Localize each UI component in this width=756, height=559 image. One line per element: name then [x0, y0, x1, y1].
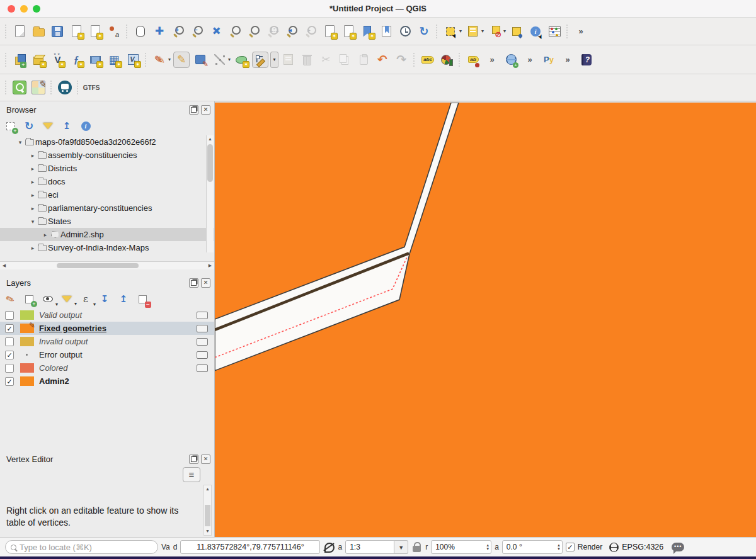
- zoom-to-selection[interactable]: [226, 23, 244, 40]
- redo[interactable]: ↷: [392, 51, 410, 69]
- browser-tree-item-districts[interactable]: ▸Districts: [0, 162, 214, 175]
- layer-row-invalid-output[interactable]: Invalid output: [0, 335, 214, 348]
- tree-expand-arrow[interactable]: ▸: [29, 166, 37, 172]
- layer-visibility-checkbox[interactable]: ✓: [5, 324, 14, 333]
- layer-visibility-checkbox[interactable]: [5, 311, 14, 320]
- browser-tree-item-parliamentary-constituencies[interactable]: ▸parliamentary-constituencies: [0, 201, 214, 215]
- scroll-thumb[interactable]: [207, 144, 213, 182]
- save-layer-edits[interactable]: [192, 51, 209, 69]
- browser-tree-item-maps-0fa9fd850eda3d2062e66f2[interactable]: ▾maps-0fa9fd850eda3d2062e66f2: [0, 135, 214, 149]
- layer-visibility-checkbox[interactable]: [5, 364, 14, 373]
- select-features-dropdown-arrow[interactable]: ▾: [459, 28, 462, 34]
- zoom-next[interactable]: ▸: [302, 23, 319, 40]
- quickmapservices-edit[interactable]: [30, 79, 47, 96]
- gtfs-plugin[interactable]: GTFS: [83, 79, 100, 96]
- annotation-toolbar[interactable]: [464, 51, 482, 69]
- tree-expand-arrow[interactable]: ▸: [29, 179, 37, 185]
- toolbar-overflow[interactable]: »: [572, 23, 590, 40]
- tree-expand-arrow[interactable]: ▸: [29, 205, 37, 212]
- transit-plugin[interactable]: [56, 79, 74, 96]
- browser-tree-item-survey-of-india-index-maps[interactable]: ▸Survey-of-India-Index-Maps: [0, 241, 214, 254]
- zoom-out[interactable]: −: [188, 23, 206, 40]
- zoom-to-layer[interactable]: [245, 23, 263, 40]
- zoom-native[interactable]: 1:1: [264, 23, 282, 40]
- deselect-features-dropdown-arrow[interactable]: ▾: [503, 28, 506, 34]
- vertex-editor-scrollbar[interactable]: ▲ ▼: [203, 485, 212, 536]
- add-group[interactable]: [23, 293, 35, 305]
- layer-row-valid-output[interactable]: Valid output: [0, 308, 214, 322]
- current-edits[interactable]: ✎▾: [151, 51, 171, 69]
- statistical-summary[interactable]: [546, 23, 563, 40]
- browser-refresh[interactable]: ↻: [23, 120, 35, 132]
- style-manager[interactable]: [105, 23, 123, 40]
- tree-expand-arrow[interactable]: ▸: [42, 232, 49, 238]
- temporal-controller[interactable]: [396, 23, 414, 40]
- new-mesh-layer[interactable]: ✶: [124, 51, 142, 69]
- layer-visibility-checkbox[interactable]: ✓: [5, 377, 14, 386]
- crs-status-button[interactable]: EPSG:4326: [622, 543, 663, 551]
- layer-row-admin2[interactable]: ✓Admin2: [0, 375, 214, 388]
- vertex-tool-dropdown-button[interactable]: ▾: [270, 52, 278, 68]
- browser-tree-item-docs[interactable]: ▸docs: [0, 175, 214, 188]
- browser-filter[interactable]: [42, 120, 54, 132]
- coordinate-input[interactable]: 11.837572824°,79.775711146°: [180, 540, 320, 554]
- browser-close-button[interactable]: ✕: [201, 105, 210, 115]
- metasearch[interactable]: [502, 51, 520, 69]
- osm-place-search[interactable]: [11, 79, 28, 96]
- open-data-source-manager[interactable]: [11, 51, 28, 69]
- new-map-view[interactable]: ✶: [321, 23, 338, 40]
- filter-legend[interactable]: [60, 293, 73, 305]
- filter-by-expression[interactable]: ε: [79, 293, 92, 305]
- digitize-with-segment-dropdown-arrow[interactable]: ▾: [228, 57, 231, 62]
- layer-visibility-checkbox[interactable]: [5, 337, 14, 346]
- messages-icon[interactable]: •••: [672, 543, 684, 551]
- new-3d-map-view[interactable]: ✶: [340, 23, 357, 40]
- new-project[interactable]: [11, 23, 28, 40]
- zoom-last[interactable]: ◂: [283, 23, 301, 40]
- layers-float-button[interactable]: [189, 278, 198, 288]
- tree-expand-arrow[interactable]: ▾: [29, 218, 37, 225]
- vertex-tool[interactable]: [251, 51, 269, 69]
- scroll-thumb[interactable]: [205, 505, 210, 526]
- browser-tree-item-assembly-constituencies[interactable]: ▸assembly-constituencies: [0, 149, 214, 162]
- show-spatial-bookmarks[interactable]: [377, 23, 395, 40]
- modify-attributes[interactable]: [279, 51, 297, 69]
- web-overflow[interactable]: »: [521, 51, 539, 69]
- layer-labeling[interactable]: [419, 51, 437, 69]
- collapse-all[interactable]: ↥: [117, 293, 130, 305]
- extents-toggle-icon[interactable]: [323, 541, 335, 553]
- scroll-right-arrow[interactable]: ▶: [206, 263, 214, 268]
- tree-expand-arrow[interactable]: ▾: [16, 139, 24, 145]
- vertex-editor-menu-button[interactable]: ≡: [183, 467, 200, 482]
- open-layer-styling[interactable]: ✎: [2, 291, 18, 307]
- layers-close-button[interactable]: ✕: [201, 278, 210, 288]
- annotation-overflow[interactable]: »: [483, 51, 501, 69]
- browser-collapse-all[interactable]: ↥: [60, 120, 73, 132]
- undo[interactable]: ↶: [374, 51, 391, 69]
- browser-horizontal-scrollbar[interactable]: ◀ ▶: [0, 261, 214, 269]
- paste-features[interactable]: [355, 51, 372, 69]
- render-checkbox[interactable]: ✓: [566, 543, 575, 551]
- current-edits-dropdown-arrow[interactable]: ▾: [168, 57, 171, 62]
- select-features-by-value-dropdown-arrow[interactable]: ▾: [481, 28, 484, 34]
- copy-features[interactable]: [336, 51, 353, 69]
- new-temporary-scratch-layer[interactable]: ✶: [86, 51, 104, 69]
- open-project[interactable]: [30, 23, 47, 40]
- browser-vertical-scrollbar[interactable]: ▲: [206, 135, 214, 252]
- python-console[interactable]: Py: [540, 51, 558, 69]
- select-by-location[interactable]: [508, 23, 525, 40]
- new-gpx-layer[interactable]: ƒ✶: [67, 51, 85, 69]
- select-features-by-value[interactable]: ▾: [464, 23, 484, 40]
- tree-expand-arrow[interactable]: ▸: [29, 192, 37, 198]
- toggle-editing[interactable]: ✎: [173, 51, 190, 69]
- refresh-map[interactable]: ↻: [415, 23, 433, 40]
- browser-tree-item-states[interactable]: ▾States: [0, 215, 214, 228]
- layer-diagram[interactable]: [438, 51, 455, 69]
- expand-all[interactable]: ↧: [98, 293, 111, 305]
- vertex-editor-float-button[interactable]: [189, 455, 198, 464]
- pan-map-to-selection[interactable]: ✚: [151, 23, 168, 40]
- new-virtual-layer[interactable]: ▦✶: [105, 51, 123, 69]
- layer-row-error-output[interactable]: ✓Error output: [0, 348, 214, 361]
- cut-features[interactable]: ✂: [317, 51, 335, 69]
- plugins-overflow[interactable]: »: [559, 51, 576, 69]
